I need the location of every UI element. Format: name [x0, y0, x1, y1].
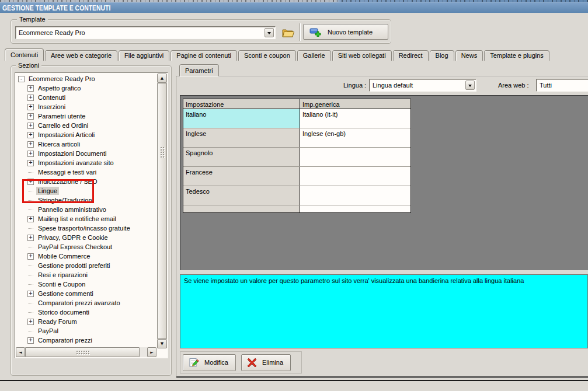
- cell-impostazione[interactable]: Inglese: [183, 128, 300, 147]
- tree-item-label[interactable]: Messaggi e testi vari: [36, 168, 98, 176]
- cell-generica[interactable]: Italiano (it-it): [300, 109, 410, 128]
- tree-item[interactable]: - Ecommerce Ready Pro: [15, 74, 156, 83]
- tree-item[interactable]: + Contenuti: [15, 93, 156, 102]
- tree-item-label[interactable]: Ricerca articoli: [36, 140, 82, 148]
- tree-item[interactable]: Storico documenti: [15, 308, 156, 317]
- vertical-scroll-thumb[interactable]: [157, 83, 167, 339]
- column-header-generica[interactable]: Imp.generica: [300, 99, 410, 109]
- tree-expander-icon[interactable]: +: [27, 141, 34, 148]
- main-tab[interactable]: Gallerie: [297, 50, 331, 61]
- tree-item-label[interactable]: Resi e riparazioni: [36, 271, 89, 279]
- tree-item[interactable]: Spese trasporto/incasso gratuite: [15, 224, 156, 233]
- tree-item-label[interactable]: Contenuti: [36, 93, 67, 102]
- main-tab[interactable]: Template e plugins: [484, 50, 549, 61]
- tree-item-label[interactable]: Gestione commenti: [36, 289, 95, 298]
- table-row[interactable]: Inglese Inglese (en-gb): [183, 128, 410, 148]
- table-row[interactable]: Spagnolo: [183, 148, 410, 167]
- scroll-right-icon[interactable]: ►: [147, 347, 156, 357]
- tree-item-label[interactable]: Parametri utente: [36, 112, 87, 120]
- tree-expander-icon[interactable]: [27, 207, 34, 213]
- tree-item[interactable]: PayPal: [15, 326, 156, 336]
- tree-vertical-scrollbar[interactable]: ▲ ▼: [157, 74, 167, 348]
- tree-item[interactable]: Gestione prodotti preferiti: [15, 261, 156, 270]
- tree-expander-icon[interactable]: +: [27, 104, 34, 110]
- tree-item-label[interactable]: Storico documenti: [36, 308, 91, 316]
- tree-item-label[interactable]: Indicizzazione / SEO: [36, 177, 99, 186]
- elimina-button[interactable]: Elimina: [241, 354, 291, 371]
- tree-item-label[interactable]: Impostazioni Articoli: [36, 131, 96, 139]
- tree-item-label[interactable]: Stringhe/Traduzioni: [36, 196, 95, 204]
- tree-item[interactable]: + Ricerca articoli: [15, 139, 156, 149]
- tree-item[interactable]: + Mobile Commerce: [15, 252, 156, 261]
- tree-item-label[interactable]: Privacy, GDPR e Cookie: [36, 233, 110, 242]
- lingua-combobox[interactable]: Lingua default: [369, 79, 476, 92]
- tree-item-label[interactable]: Lingue: [36, 187, 59, 195]
- cell-generica[interactable]: [300, 148, 410, 166]
- tree-item-label[interactable]: Mailing list e notifiche email: [36, 215, 118, 223]
- tree-item-label[interactable]: Gestione prodotti preferiti: [36, 261, 112, 270]
- cell-impostazione[interactable]: Spagnolo: [183, 148, 300, 166]
- tree-item[interactable]: Sconti e Coupon: [15, 280, 156, 289]
- tree-expander-icon[interactable]: +: [27, 151, 34, 157]
- tree-item[interactable]: Lingue: [15, 186, 156, 196]
- tree-expander-icon[interactable]: +: [27, 123, 34, 129]
- tree-item-label[interactable]: Spese trasporto/incasso gratuite: [36, 224, 132, 232]
- cell-generica[interactable]: [300, 167, 410, 186]
- tree-expander-icon[interactable]: [27, 300, 34, 306]
- tree-expander-icon[interactable]: [27, 272, 34, 278]
- tree-expander-icon[interactable]: +: [27, 235, 34, 241]
- scroll-up-icon[interactable]: ▲: [157, 74, 167, 83]
- main-tab[interactable]: Sconti e coupon: [238, 50, 296, 61]
- cell-impostazione[interactable]: Tedesco: [183, 186, 300, 205]
- tree-expander-icon[interactable]: +: [27, 85, 34, 92]
- tree-item[interactable]: Stringhe/Traduzioni: [15, 196, 156, 205]
- tree-item-label[interactable]: Sconti e Coupon: [36, 280, 87, 288]
- tree-item[interactable]: Messaggi e testi vari: [15, 167, 156, 177]
- new-template-button[interactable]: Nuovo template: [303, 24, 388, 40]
- tree-item-label[interactable]: Pannello amministrativo: [36, 205, 108, 214]
- tree-expander-icon[interactable]: +: [27, 179, 34, 185]
- window-titlebar[interactable]: GESTIONE TEMPLATE E CONTENUTI: [0, 2, 588, 13]
- tree-expander-icon[interactable]: [27, 225, 34, 232]
- tree-expander-icon[interactable]: +: [27, 95, 34, 101]
- main-tab[interactable]: File aggiuntivi: [119, 50, 169, 61]
- column-header-impostazione[interactable]: Impostazione: [183, 99, 300, 109]
- tree-item[interactable]: + Impostazioni Articoli: [15, 130, 156, 139]
- main-tab[interactable]: Blog: [430, 50, 454, 61]
- tree-item-label[interactable]: Comparatori prezzi avanzato: [36, 299, 122, 307]
- tree-item-label[interactable]: Ecommerce Ready Pro: [27, 75, 97, 83]
- tree-item[interactable]: + Mailing list e notifiche email: [15, 214, 156, 224]
- tree-item-label[interactable]: Impostazioni Documenti: [36, 149, 108, 158]
- tree-item-label[interactable]: Mobile Commerce: [36, 252, 92, 260]
- modifica-button[interactable]: Modifica: [183, 354, 236, 371]
- lingua-combobox-dropdown-button[interactable]: [465, 81, 475, 90]
- tree-expander-icon[interactable]: [27, 169, 34, 176]
- tree-item[interactable]: + Parametri utente: [15, 111, 156, 121]
- tree-expander-icon[interactable]: [27, 281, 34, 288]
- open-folder-button[interactable]: [280, 25, 296, 40]
- tree-horizontal-scrollbar[interactable]: ◄ ►: [16, 347, 156, 357]
- scroll-left-icon[interactable]: ◄: [16, 347, 25, 357]
- tree-item[interactable]: Comparatori prezzi avanzato: [15, 298, 156, 308]
- cell-generica[interactable]: [300, 186, 410, 205]
- template-combobox[interactable]: Ecommerce Ready Pro: [15, 26, 276, 39]
- parameters-table[interactable]: Impostazione Imp.generica Italiano Itali…: [183, 99, 411, 213]
- tree-item-label[interactable]: Ready Forum: [36, 317, 79, 326]
- tree-item[interactable]: + Impostazioni avanzate sito: [15, 158, 156, 167]
- tree-item[interactable]: + Aspetto grafico: [15, 83, 156, 93]
- tree-expander-icon[interactable]: +: [27, 160, 34, 166]
- tree-item-label[interactable]: Carrello ed Ordini: [36, 121, 90, 130]
- tree-expander-icon[interactable]: [27, 263, 34, 269]
- tree-item[interactable]: + Gestione commenti: [15, 289, 156, 298]
- main-tab[interactable]: Pagine di contenuti: [171, 50, 237, 61]
- tab-parametri[interactable]: Parametri: [179, 64, 219, 76]
- area-web-combobox[interactable]: Tutti: [536, 79, 588, 92]
- table-row[interactable]: Francese: [183, 167, 410, 186]
- main-tab[interactable]: Redirect: [393, 50, 429, 61]
- main-tab[interactable]: News: [455, 50, 483, 61]
- cell-impostazione[interactable]: Italiano: [183, 109, 300, 128]
- tree-item[interactable]: + Carrello ed Ordini: [15, 121, 156, 130]
- tree-item-label[interactable]: Aspetto grafico: [36, 84, 82, 92]
- tree-expander-icon[interactable]: [27, 197, 34, 204]
- tree-item[interactable]: + Indicizzazione / SEO: [15, 177, 156, 186]
